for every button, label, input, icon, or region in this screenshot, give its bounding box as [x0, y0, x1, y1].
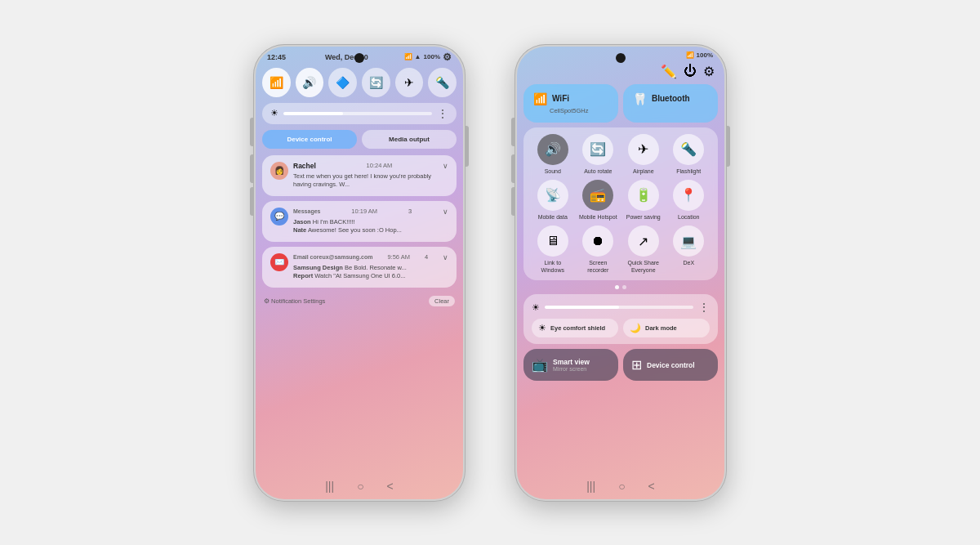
cc-hotspot-icon-circle: 📻: [582, 180, 613, 211]
notif-email-app: Email coreux@samsung.com: [293, 254, 372, 260]
notif-messages-time: 10:19 AM: [351, 208, 377, 215]
cc-sound-btn[interactable]: 🔊 Sound: [533, 134, 572, 175]
left-nav-bar: ||| ○ <: [256, 480, 463, 493]
device-control-tile[interactable]: ⊞ Device control: [623, 349, 718, 381]
smart-view-icon: 📺: [532, 357, 548, 373]
wifi-tile[interactable]: 📶 WiFi CellSpot5GHz: [523, 84, 618, 123]
notif-email-avatar: ✉️: [270, 253, 288, 271]
notif-messages-line1: Jason Hi I'm BACK!!!!!: [293, 218, 448, 227]
bluetooth-tile-top: 🦷 Bluetooth: [633, 92, 708, 105]
dark-mode-switch[interactable]: 🌙 Dark mode: [623, 319, 710, 337]
cc-dex-btn[interactable]: 💻 DeX: [669, 226, 708, 274]
cc-edit-icon[interactable]: ✏️: [661, 64, 677, 79]
airplane-toggle[interactable]: ✈: [395, 68, 424, 97]
right-wifi-icon: 📶: [686, 51, 694, 59]
sound-toggle[interactable]: 🔊: [296, 68, 324, 97]
left-nav-home-icon[interactable]: ○: [357, 480, 363, 493]
cc-linkwindows-btn[interactable]: 🖥 Link to Windows: [533, 226, 572, 274]
eye-comfort-icon: ☀: [538, 323, 546, 333]
smart-view-label: Smart view: [553, 358, 590, 366]
rotate-toggle[interactable]: 🔄: [362, 68, 390, 97]
smart-view-tile[interactable]: 📺 Smart view Mirror screen: [523, 349, 618, 381]
device-control-btn[interactable]: Device control: [262, 130, 357, 149]
cc-mobiledata-label: Mobile data: [538, 214, 568, 221]
media-output-btn[interactable]: Media output: [362, 130, 457, 149]
cc-airplane-btn[interactable]: ✈ Airplane: [624, 134, 663, 175]
brightness-fill: [283, 112, 343, 115]
notif-messages-expand-icon[interactable]: ∨: [443, 208, 448, 216]
cc-powersaving-btn[interactable]: 🔋 Power saving: [624, 180, 663, 221]
notification-email[interactable]: ✉️ Email coreux@samsung.com 9:56 AM 4 ∨ …: [262, 247, 457, 288]
device-control-label: Device control: [647, 361, 695, 369]
brightness-more-icon[interactable]: ⋮: [437, 107, 448, 120]
notif-rachel-row: 👩 Rachel 10:24 AM ∨ Text me when you get…: [270, 162, 448, 190]
right-nav-back-icon[interactable]: |||: [586, 480, 595, 493]
cc-autorotate-btn[interactable]: 🔄 Auto rotate: [578, 134, 617, 175]
bluetooth-tile-icon: 🦷: [633, 92, 647, 105]
cc-brightness-icon: ☀: [532, 302, 540, 313]
cc-bottom-tiles: 📺 Smart view Mirror screen ⊞ Device cont…: [523, 349, 718, 381]
cc-settings-icon[interactable]: ⚙: [703, 64, 715, 79]
brightness-bar[interactable]: [283, 112, 432, 115]
clear-button[interactable]: Clear: [429, 296, 455, 306]
right-nav-home-icon[interactable]: ○: [618, 480, 625, 493]
settings-icon[interactable]: ⚙: [443, 51, 452, 63]
notif-email-header: Email coreux@samsung.com 9:56 AM 4 ∨: [293, 253, 448, 261]
cc-location-btn[interactable]: 📍 Location: [669, 180, 708, 221]
control-buttons: Device control Media output: [262, 130, 457, 149]
left-nav-recent-icon[interactable]: <: [387, 480, 394, 493]
cc-dex-icon-circle: 💻: [673, 226, 704, 257]
cc-screenrecorder-btn[interactable]: ⏺ Screen recorder: [578, 226, 617, 274]
cc-power-icon[interactable]: ⏻: [684, 64, 697, 78]
cc-linkwindows-icon-circle: 🖥: [537, 226, 568, 257]
left-phone: 12:45 Wed, Dec 30 📶 ▲ 100% ⚙ 📶 🔊 🔷 🔄 ✈ 🔦: [253, 44, 466, 502]
wifi-tile-sub: CellSpot5GHz: [533, 107, 608, 114]
bluetooth-tile[interactable]: 🦷 Bluetooth: [623, 84, 718, 123]
wifi-status-icon: 📶: [404, 53, 412, 60]
notif-settings-label[interactable]: ⚙ Notification Settings: [264, 297, 325, 305]
eye-comfort-switch[interactable]: ☀ Eye comfort shield: [532, 319, 618, 337]
notif-email-line2: Report Watch "At Samsung One UI 6.0...: [293, 272, 448, 281]
flashlight-toggle[interactable]: 🔦: [428, 68, 457, 97]
notif-settings-row: ⚙ Notification Settings Clear: [262, 293, 457, 310]
quick-toggle-row: 📶 🔊 🔷 🔄 ✈ 🔦: [262, 68, 457, 97]
cc-brightness-bar[interactable]: [545, 306, 693, 309]
notif-rachel-expand-icon[interactable]: ∨: [443, 162, 448, 170]
smart-view-sub: Mirror screen: [553, 366, 590, 372]
cc-location-icon-circle: 📍: [673, 180, 704, 211]
cc-flashlight-btn[interactable]: 🔦 Flashlight: [669, 134, 708, 175]
notif-rachel-content: Rachel 10:24 AM ∨ Text me when you get h…: [293, 162, 448, 190]
notification-rachel[interactable]: 👩 Rachel 10:24 AM ∨ Text me when you get…: [262, 155, 457, 196]
notif-messages-line2: Nate Awesome! See you soon :O Hop...: [293, 226, 448, 235]
cc-header: ✏️ ⏻ ⚙: [523, 60, 718, 84]
cc-quickshare-btn[interactable]: ↗ Quick Share Everyone: [624, 226, 663, 274]
wifi-toggle[interactable]: 📶: [262, 68, 291, 97]
page-dot-1: [615, 285, 619, 289]
cc-mobiledata-btn[interactable]: 📡 Mobile data: [533, 180, 572, 221]
notif-rachel-message: Text me when you get here! I know you're…: [293, 172, 448, 190]
bluetooth-toggle[interactable]: 🔷: [328, 68, 357, 97]
notif-email-row: ✉️ Email coreux@samsung.com 9:56 AM 4 ∨ …: [270, 253, 448, 281]
notif-email-expand-icon[interactable]: ∨: [443, 253, 448, 261]
cc-brightness-section: ☀ ⋮ ☀ Eye comfort shield 🌙 Dark mode: [523, 294, 718, 344]
cc-brightness-row: ☀ ⋮: [532, 301, 710, 314]
page-dots: [523, 285, 718, 289]
left-nav-back-icon[interactable]: |||: [325, 480, 334, 493]
cc-autorotate-icon-circle: 🔄: [582, 134, 613, 165]
cc-hotspot-btn[interactable]: 📻 Mobile Hotspot: [578, 180, 617, 221]
wifi-tile-label: WiFi: [552, 94, 569, 103]
notification-messages[interactable]: 💬 Messages 10:19 AM 3 ∨ Jason Hi I'm BAC…: [262, 201, 457, 242]
cc-hotspot-label: Mobile Hotspot: [579, 214, 617, 221]
dark-mode-label: Dark mode: [645, 324, 677, 332]
right-notch: [616, 53, 626, 63]
cc-brightness-more-icon[interactable]: ⋮: [698, 301, 710, 314]
right-nav-recent-icon[interactable]: <: [648, 480, 655, 493]
notif-messages-app: Messages: [293, 208, 320, 214]
cc-brightness-fill: [545, 306, 619, 309]
cc-dex-label: DeX: [683, 260, 694, 266]
notif-rachel-time: 10:24 AM: [367, 162, 393, 169]
notif-email-time: 9:56 AM: [387, 253, 410, 261]
cc-linkwindows-label: Link to Windows: [533, 260, 572, 274]
cc-flashlight-icon-circle: 🔦: [673, 134, 704, 165]
notif-rachel-sender: Rachel: [293, 162, 316, 170]
